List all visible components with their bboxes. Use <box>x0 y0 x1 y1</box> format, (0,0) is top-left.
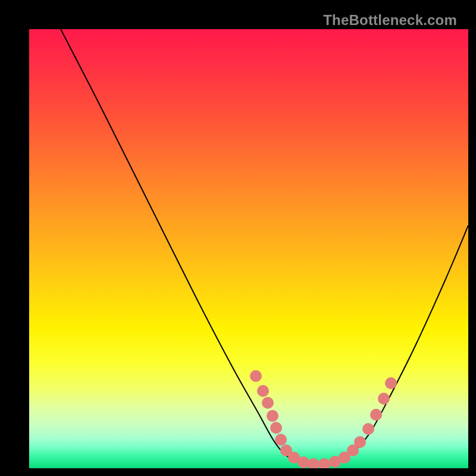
marker-dot <box>308 458 320 468</box>
marker-dot <box>298 456 309 468</box>
marker-dot <box>267 410 278 422</box>
marker-group <box>250 370 397 468</box>
marker-dot <box>378 393 390 405</box>
marker-dot <box>275 434 287 446</box>
marker-dot <box>318 458 330 468</box>
curve-layer <box>29 29 468 468</box>
marker-dot <box>262 397 274 409</box>
plot-area <box>29 29 468 468</box>
watermark-text: TheBottleneck.com <box>323 12 457 29</box>
marker-dot <box>385 377 397 389</box>
marker-dot <box>270 422 282 434</box>
marker-dot <box>257 385 269 397</box>
marker-dot <box>250 370 262 382</box>
marker-dot <box>362 423 374 435</box>
outer-frame: TheBottleneck.com <box>11 11 465 465</box>
marker-dot <box>354 436 366 448</box>
marker-dot <box>370 409 382 421</box>
